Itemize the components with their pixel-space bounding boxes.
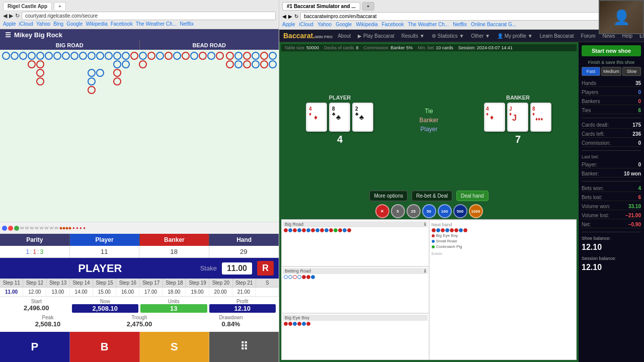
road-dot <box>284 228 288 232</box>
mini-dot <box>445 228 449 232</box>
r-bookmark-apple[interactable]: Apple <box>282 22 295 27</box>
bead-circle <box>260 52 268 60</box>
mini-dot <box>454 228 458 232</box>
bead-circle <box>252 60 260 68</box>
circle <box>156 52 164 60</box>
chip-1000[interactable]: 1000 <box>469 204 483 218</box>
bookmark-icloud[interactable]: iCloud <box>19 21 33 27</box>
nav-refresh-icon[interactable]: ↻ <box>15 13 20 19</box>
circle <box>96 52 104 60</box>
big-road-info-icon[interactable]: ℹ <box>424 222 426 227</box>
r-bookmark-facebook[interactable]: Facebook <box>382 22 404 27</box>
circle <box>70 77 78 85</box>
banker-count: 18 <box>139 246 209 257</box>
finish-save-btn[interactable]: Finish & save this shoe <box>582 60 641 65</box>
nav-learn[interactable]: Learn Baccarat <box>538 32 576 40</box>
nav-about[interactable]: About <box>336 32 353 40</box>
start-new-shoe-btn[interactable]: Start new shoe <box>582 45 641 56</box>
circle <box>96 60 104 68</box>
road-dot <box>297 322 301 326</box>
bead-circle <box>269 52 277 60</box>
nav-profile[interactable]: 👤 My profile ▼ <box>495 32 535 40</box>
r-nav-forward-icon[interactable]: ▶ <box>288 14 292 19</box>
tab-left-1[interactable]: Rigel Castle App <box>3 2 52 10</box>
circle <box>36 52 44 60</box>
nav-other[interactable]: Other ▼ <box>469 32 492 40</box>
chip-cancel[interactable]: ✕ <box>375 204 389 218</box>
bookmark-weather[interactable]: The Weather Ch... <box>136 21 177 27</box>
card-area: PLAYER 4 ♦ ♦ <box>281 51 577 189</box>
grid-button[interactable]: ⠿ <box>209 332 279 362</box>
circle <box>130 60 138 68</box>
chip-50[interactable]: 50 <box>422 204 436 218</box>
b-button[interactable]: B <box>70 332 140 362</box>
r-tab-1[interactable]: #1 Baccarat Simulator and ... <box>282 2 360 11</box>
speed-medium-btn[interactable]: Medium <box>601 67 621 76</box>
circle <box>53 69 61 77</box>
circle <box>96 69 104 77</box>
commission-key: Commission: <box>582 140 611 146</box>
circle <box>28 69 36 77</box>
p-button[interactable]: P <box>0 332 70 362</box>
session-info: Table size 50000 Decks of cards 8 Commis… <box>281 44 577 51</box>
r-bookmark-icloud[interactable]: iCloud <box>299 22 313 27</box>
mini-dot <box>432 228 436 232</box>
circle <box>113 77 121 85</box>
r-bookmark-yahoo[interactable]: Yahoo <box>317 22 332 27</box>
more-options-btn[interactable]: More options <box>369 191 408 201</box>
betting-road-info-icon[interactable]: ℹ <box>424 268 426 274</box>
bookmark-facebook[interactable]: Facebook <box>111 21 133 27</box>
circle <box>11 69 19 77</box>
re-bet-btn[interactable]: Re-bet & Deal <box>412 191 452 201</box>
speed-fast-btn[interactable]: Fast <box>582 67 600 76</box>
bookmark-netflix[interactable]: Netflix <box>180 21 194 27</box>
nav-play[interactable]: ▶ Play Baccarat <box>356 32 396 40</box>
nav-forum[interactable]: Forum <box>579 32 598 40</box>
address-input-left[interactable]: courtyard.rigelcastle.com/secure <box>22 12 276 20</box>
speed-slow-btn[interactable]: Slow <box>622 67 641 76</box>
bookmark-bing[interactable]: Bing <box>53 21 63 27</box>
player-hand-label: PLAYER <box>329 95 351 101</box>
nav-results[interactable]: Results ▼ <box>399 32 427 40</box>
cards-left-key: Cards left: <box>582 131 605 137</box>
chip-500[interactable]: 500 <box>453 204 467 218</box>
r-badge[interactable]: R <box>257 261 274 276</box>
tab-left-new[interactable]: + <box>54 2 66 10</box>
chips-row: ✕ 5 25 50 100 500 1000 <box>281 203 577 219</box>
chip-25[interactable]: 25 <box>407 204 421 218</box>
road-dot <box>347 228 351 232</box>
bookmark-google[interactable]: Google <box>66 21 83 27</box>
chip-100[interactable]: 100 <box>438 204 452 218</box>
step-head-13: Step 13 <box>47 279 70 287</box>
bookmark-apple[interactable]: Apple <box>3 21 16 27</box>
bead-circle <box>243 52 251 60</box>
r-nav-refresh-icon[interactable]: ↻ <box>294 14 298 19</box>
commission-row: Commission: 0 <box>582 140 641 147</box>
deal-hand-btn[interactable]: Deal hand <box>456 191 489 201</box>
nav-back-icon[interactable]: ◀ <box>3 13 7 19</box>
divider-3 <box>582 181 641 182</box>
table-size-key: Table size <box>284 45 304 50</box>
road-dot <box>288 228 292 232</box>
hamburger-icon[interactable]: ☰ <box>5 31 11 39</box>
bookmark-wikipedia[interactable]: Wikipedia <box>86 21 107 27</box>
step-val-19: 19.00 <box>186 288 209 296</box>
drawdown-label: Drawdown <box>186 315 276 320</box>
r-bookmark-baccarat[interactable]: Online Baccarat G... <box>471 22 516 27</box>
nav-statistics[interactable]: ⚙ Statistics ▼ <box>430 32 466 40</box>
bookmark-yahoo[interactable]: Yahoo <box>36 21 50 27</box>
circle <box>53 86 61 94</box>
r-bookmark-weather[interactable]: The Weather Ch... <box>408 22 449 27</box>
session-balance-label: Session balance: <box>582 256 641 261</box>
r-bookmark-google[interactable]: Google <box>336 22 352 27</box>
r-bookmark-wikipedia[interactable]: Wikipedia <box>356 22 377 27</box>
r-nav-back-icon[interactable]: ◀ <box>282 14 286 19</box>
step-head-21: Step 21 <box>233 279 256 287</box>
s-button[interactable]: S <box>140 332 210 362</box>
chip-5[interactable]: 5 <box>391 204 405 218</box>
r-tab-new[interactable]: + <box>362 2 374 11</box>
nav-forward-icon[interactable]: ▶ <box>9 13 13 19</box>
r-address-input[interactable]: baccaratwinpro.com/en/baccarat <box>300 12 641 21</box>
r-bookmark-netflix[interactable]: Netflix <box>453 22 467 27</box>
road-dot <box>320 228 324 232</box>
